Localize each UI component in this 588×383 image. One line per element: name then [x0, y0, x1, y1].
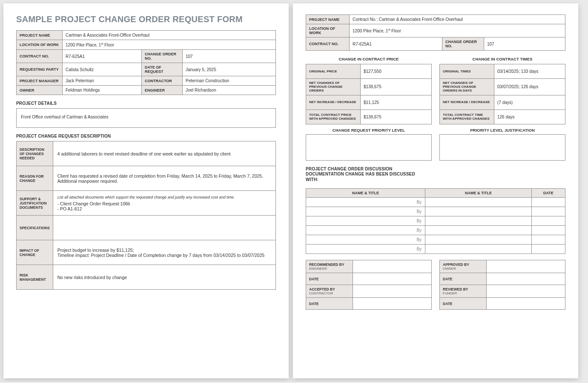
label-owner: OWNER [17, 86, 63, 95]
disc-row-by: By [306, 235, 425, 245]
header-table: PROJECT NAME Cartman & Associates Front-… [16, 30, 276, 95]
value-project-name-2: Contract No.: Cartman & Associates Front… [350, 15, 565, 24]
label-net-prev-times: NET CHANGES OF PREVIOUS CHANGE ORDERS IN… [440, 79, 494, 95]
value-net-prev-price: $138,675 [361, 79, 432, 95]
sig-right-table: APPROVED BYOWNER DATE REVIEWED BYFUNDER … [439, 260, 565, 310]
value-app-date [487, 273, 565, 285]
project-details-box: Front Office overhaul of Cartman & Assoc… [16, 108, 276, 128]
priority-just-box [439, 134, 565, 161]
value-rec-date [353, 273, 432, 285]
label-support-docs: SUPPORT & JUSTIFICATION DOCUMENTS [17, 191, 53, 216]
value-date-request: January 5, 2025 [183, 63, 276, 76]
label-specs: SPECIFICATIONS [17, 216, 53, 240]
value-net-prev-times: 03/07/2025; 126 days [494, 79, 565, 95]
value-risk: No new risks introduced by change [53, 265, 275, 290]
label-approved-by: APPROVED BYOWNER [440, 260, 487, 273]
price-table: ORIGINAL PRICE$127,550 NET CHANGES OF PR… [306, 64, 432, 124]
label-contract-no-2: CONTRACT NO. [306, 37, 350, 51]
label-orig-price: ORIGINAL PRICE [306, 64, 361, 79]
label-contractor: CONTRACTOR [142, 76, 183, 86]
disc-row-by: By [306, 207, 425, 216]
value-contract-no-2: R7-625A1 [350, 37, 442, 51]
value-location-2: 1200 Pike Place, 1st Floor [350, 24, 565, 37]
label-engineer: ENGINEER [142, 86, 183, 95]
label-net-incdec-price: NET INCREASE / DECREASE [306, 95, 361, 109]
times-table: ORIGINAL TIMES03/14/2025; 133 days NET C… [439, 64, 565, 124]
label-location-2: LOCATION OF WORK [306, 24, 350, 37]
value-impact: Project budget to increase by $11,125; T… [53, 240, 275, 265]
label-orig-times: ORIGINAL TIMES [440, 64, 494, 79]
sig-left-table: RECOMMENDED BYENGINEER DATE ACCEPTED BYC… [306, 260, 432, 310]
label-reviewed-by: REVIEWED BYFUNDER [440, 285, 487, 298]
disc-row-by: By [306, 226, 425, 235]
label-rec-date: DATE [306, 273, 353, 285]
heading-priority-level: CHANGE REQUEST PRIORITY LEVEL [306, 128, 432, 132]
value-desc-needed: 4 additional laborers to meet revised de… [53, 141, 275, 166]
label-contract-no: CONTRACT NO. [17, 50, 63, 63]
label-project-name-2: PROJECT NAME [306, 15, 350, 24]
value-contract-no: R7-625A1 [63, 50, 142, 63]
value-total-times: 126 days [494, 109, 565, 124]
col-date: DATE [531, 189, 565, 198]
heading-change-price: CHANGE IN CONTRACT PRICE [306, 57, 432, 61]
value-approved-by [487, 260, 565, 273]
heading-change-times: CHANGE IN CONTRACT TIMES [439, 57, 565, 61]
label-change-order-no: CHANGE ORDER NO. [142, 50, 183, 63]
label-pm: PROJECT MANAGER [17, 76, 63, 86]
page-2: PROJECT NAME Contract No.: Cartman & Ass… [293, 3, 578, 378]
header-table-2: PROJECT NAME Contract No.: Cartman & Ass… [306, 14, 565, 51]
heading-priority-just: PRIORITY LEVEL JUSTIFICATION [439, 128, 565, 132]
discussion-table: NAME & TITLE NAME & TITLE DATE By By By … [306, 188, 565, 254]
label-net-incdec-times: NET INCREASE / DECREASE [440, 95, 494, 109]
label-reason: REASON FOR CHANGE [17, 166, 53, 191]
label-risk: RISK MANAGEMENT [17, 265, 53, 290]
label-requesting-party: REQUESTING PARTY [17, 63, 63, 76]
value-engineer: Joel Richardson [183, 86, 276, 95]
col-name-title-2: NAME & TITLE [425, 189, 532, 198]
page-title: SAMPLE PROJECT CHANGE ORDER REQUEST FORM [16, 14, 276, 24]
value-acc-date [353, 298, 432, 310]
value-location: 1200 Pike Place, 1st Floor [63, 40, 276, 50]
value-reason: Client has requested a revised date of c… [53, 166, 275, 191]
label-impact: IMPACT OF CHANGE [17, 240, 53, 265]
value-support-docs: List all attached documents which suppor… [53, 191, 275, 216]
label-net-prev-price: NET CHANGES OF PREVIOUS CHANGE ORDERS [306, 79, 361, 95]
label-project-name: PROJECT NAME [17, 31, 63, 40]
label-total-price: TOTAL CONTRACT PRICE WITH APPROVED CHANG… [306, 109, 361, 124]
priority-level-box [306, 134, 432, 161]
disc-row-by: By [306, 216, 425, 226]
value-requesting-party: Calista Schultz [63, 63, 142, 76]
value-recommended-by [353, 260, 432, 273]
value-pm: Jack Peterman [63, 76, 142, 86]
disc-row-by: By [306, 198, 425, 207]
label-accepted-by: ACCEPTED BYCONTRACTOR [306, 285, 353, 298]
label-location: LOCATION OF WORK [17, 40, 63, 50]
label-total-times: TOTAL CONTRACT TIME WITH APPROVED CHANGE… [440, 109, 494, 124]
value-net-incdec-price: $11,125 [361, 95, 432, 109]
value-net-incdec-times: (7 days) [494, 95, 565, 109]
label-change-order-no-2: CHANGE ORDER NO. [442, 37, 484, 51]
value-contractor: Peterman Construction [183, 76, 276, 86]
section-project-details: PROJECT DETAILS [16, 101, 276, 106]
value-owner: Feldman Holdings [63, 86, 142, 95]
value-orig-price: $127,550 [361, 64, 432, 79]
value-accepted-by [353, 285, 432, 298]
value-reviewed-by [487, 285, 565, 298]
value-specs [53, 216, 275, 240]
value-rev-date [487, 298, 565, 310]
value-orig-times: 03/14/2025; 133 days [494, 64, 565, 79]
label-acc-date: DATE [306, 298, 353, 310]
label-date-request: DATE OF REQUEST [142, 63, 183, 76]
value-project-name: Cartman & Associates Front-Office Overha… [63, 31, 276, 40]
disc-row-by: By [306, 245, 425, 254]
section-discussion: PROJECT CHANGE ORDER DISCUSSION DOCUMENT… [306, 167, 425, 183]
value-change-order-no: 107 [183, 50, 276, 63]
page-1: SAMPLE PROJECT CHANGE ORDER REQUEST FORM… [3, 3, 289, 378]
value-total-price: $138,675 [361, 109, 432, 124]
value-change-order-no-2: 107 [484, 37, 565, 51]
change-desc-table: DESCRIPTION OF CHANGES NEEDED4 additiona… [16, 141, 276, 290]
label-rev-date: DATE [440, 298, 487, 310]
col-name-title-1: NAME & TITLE [306, 189, 425, 198]
label-app-date: DATE [440, 273, 487, 285]
section-change-desc: PROJECT CHANGE REQUEST DESCRIPTION [16, 134, 276, 138]
